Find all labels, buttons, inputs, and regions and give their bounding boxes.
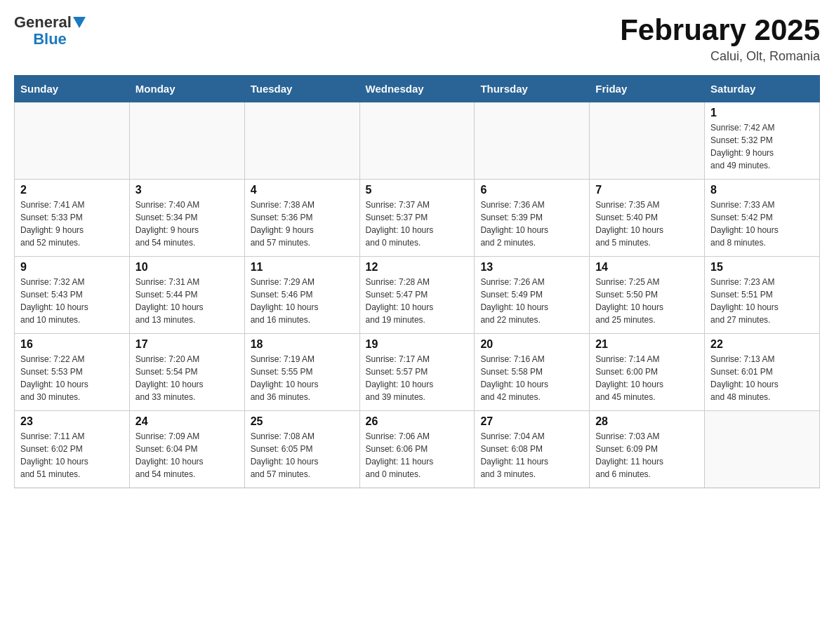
page-header: General Blue February 2025 Calui, Olt, R… xyxy=(14,14,820,64)
day-info: Sunrise: 7:20 AM Sunset: 5:54 PM Dayligh… xyxy=(135,353,239,403)
day-info: Sunrise: 7:35 AM Sunset: 5:40 PM Dayligh… xyxy=(595,199,699,249)
day-number: 8 xyxy=(710,184,814,196)
calendar-cell: 8Sunrise: 7:33 AM Sunset: 5:42 PM Daylig… xyxy=(705,180,820,257)
day-info: Sunrise: 7:14 AM Sunset: 6:00 PM Dayligh… xyxy=(595,353,699,403)
day-number: 9 xyxy=(20,261,124,274)
day-number: 16 xyxy=(20,338,124,351)
calendar-cell xyxy=(590,102,705,180)
day-info: Sunrise: 7:16 AM Sunset: 5:58 PM Dayligh… xyxy=(480,353,583,403)
calendar-cell: 16Sunrise: 7:22 AM Sunset: 5:53 PM Dayli… xyxy=(15,334,130,411)
day-number: 14 xyxy=(595,261,699,274)
calendar-cell: 19Sunrise: 7:17 AM Sunset: 5:57 PM Dayli… xyxy=(359,334,475,411)
calendar-cell: 20Sunrise: 7:16 AM Sunset: 5:58 PM Dayli… xyxy=(475,334,590,411)
calendar-week-row: 16Sunrise: 7:22 AM Sunset: 5:53 PM Dayli… xyxy=(15,334,820,411)
calendar-header-tuesday: Tuesday xyxy=(244,76,359,102)
calendar-cell xyxy=(359,102,475,180)
day-number: 24 xyxy=(135,415,239,428)
day-number: 18 xyxy=(251,338,354,351)
calendar-cell: 2Sunrise: 7:41 AM Sunset: 5:33 PM Daylig… xyxy=(15,180,130,257)
day-info: Sunrise: 7:17 AM Sunset: 5:57 PM Dayligh… xyxy=(366,353,469,403)
calendar-cell: 10Sunrise: 7:31 AM Sunset: 5:44 PM Dayli… xyxy=(129,257,244,334)
day-number: 25 xyxy=(251,415,354,428)
calendar-cell: 14Sunrise: 7:25 AM Sunset: 5:50 PM Dayli… xyxy=(590,257,705,334)
logo-wordmark: General Blue xyxy=(14,14,86,48)
logo-general-text: General xyxy=(14,14,72,31)
day-info: Sunrise: 7:28 AM Sunset: 5:47 PM Dayligh… xyxy=(366,276,469,326)
title-section: February 2025 Calui, Olt, Romania xyxy=(620,14,820,64)
calendar-cell xyxy=(475,102,590,180)
calendar-cell: 24Sunrise: 7:09 AM Sunset: 6:04 PM Dayli… xyxy=(129,411,244,488)
logo: General Blue xyxy=(14,14,86,48)
logo-triangle-icon xyxy=(73,17,86,28)
calendar-header-row: SundayMondayTuesdayWednesdayThursdayFrid… xyxy=(15,76,820,102)
day-number: 27 xyxy=(480,415,583,428)
day-info: Sunrise: 7:19 AM Sunset: 5:55 PM Dayligh… xyxy=(251,353,354,403)
day-number: 1 xyxy=(710,107,814,119)
calendar-header-thursday: Thursday xyxy=(475,76,590,102)
day-info: Sunrise: 7:41 AM Sunset: 5:33 PM Dayligh… xyxy=(20,199,124,249)
day-number: 28 xyxy=(595,415,699,428)
calendar-week-row: 2Sunrise: 7:41 AM Sunset: 5:33 PM Daylig… xyxy=(15,180,820,257)
day-number: 7 xyxy=(595,184,699,196)
calendar-cell: 27Sunrise: 7:04 AM Sunset: 6:08 PM Dayli… xyxy=(475,411,590,488)
calendar-header-friday: Friday xyxy=(590,76,705,102)
day-info: Sunrise: 7:42 AM Sunset: 5:32 PM Dayligh… xyxy=(710,121,814,172)
day-info: Sunrise: 7:25 AM Sunset: 5:50 PM Dayligh… xyxy=(595,276,699,326)
logo-blue-text: Blue xyxy=(33,30,67,48)
calendar-cell: 5Sunrise: 7:37 AM Sunset: 5:37 PM Daylig… xyxy=(359,180,475,257)
day-info: Sunrise: 7:23 AM Sunset: 5:51 PM Dayligh… xyxy=(710,276,814,326)
calendar-cell: 22Sunrise: 7:13 AM Sunset: 6:01 PM Dayli… xyxy=(705,334,820,411)
calendar-header-monday: Monday xyxy=(129,76,244,102)
calendar-week-row: 1Sunrise: 7:42 AM Sunset: 5:32 PM Daylig… xyxy=(15,102,820,180)
calendar-cell: 7Sunrise: 7:35 AM Sunset: 5:40 PM Daylig… xyxy=(590,180,705,257)
calendar-cell xyxy=(705,411,820,488)
calendar-week-row: 9Sunrise: 7:32 AM Sunset: 5:43 PM Daylig… xyxy=(15,257,820,334)
day-info: Sunrise: 7:26 AM Sunset: 5:49 PM Dayligh… xyxy=(480,276,583,326)
calendar-header-saturday: Saturday xyxy=(705,76,820,102)
day-number: 17 xyxy=(135,338,239,351)
day-number: 3 xyxy=(135,184,239,196)
calendar-header-sunday: Sunday xyxy=(15,76,130,102)
day-info: Sunrise: 7:06 AM Sunset: 6:06 PM Dayligh… xyxy=(366,430,469,481)
day-info: Sunrise: 7:36 AM Sunset: 5:39 PM Dayligh… xyxy=(480,199,583,249)
svg-marker-0 xyxy=(73,17,86,28)
calendar-cell: 1Sunrise: 7:42 AM Sunset: 5:32 PM Daylig… xyxy=(705,102,820,180)
calendar-cell: 21Sunrise: 7:14 AM Sunset: 6:00 PM Dayli… xyxy=(590,334,705,411)
calendar-cell: 12Sunrise: 7:28 AM Sunset: 5:47 PM Dayli… xyxy=(359,257,475,334)
calendar-cell xyxy=(244,102,359,180)
day-info: Sunrise: 7:38 AM Sunset: 5:36 PM Dayligh… xyxy=(251,199,354,249)
calendar-cell: 13Sunrise: 7:26 AM Sunset: 5:49 PM Dayli… xyxy=(475,257,590,334)
calendar-cell: 26Sunrise: 7:06 AM Sunset: 6:06 PM Dayli… xyxy=(359,411,475,488)
day-number: 22 xyxy=(710,338,814,351)
day-info: Sunrise: 7:29 AM Sunset: 5:46 PM Dayligh… xyxy=(251,276,354,326)
calendar-cell: 15Sunrise: 7:23 AM Sunset: 5:51 PM Dayli… xyxy=(705,257,820,334)
day-info: Sunrise: 7:08 AM Sunset: 6:05 PM Dayligh… xyxy=(251,430,354,481)
calendar-cell: 28Sunrise: 7:03 AM Sunset: 6:09 PM Dayli… xyxy=(590,411,705,488)
day-info: Sunrise: 7:09 AM Sunset: 6:04 PM Dayligh… xyxy=(135,430,239,481)
day-number: 23 xyxy=(20,415,124,428)
day-number: 21 xyxy=(595,338,699,351)
calendar-cell xyxy=(129,102,244,180)
calendar-cell: 6Sunrise: 7:36 AM Sunset: 5:39 PM Daylig… xyxy=(475,180,590,257)
day-info: Sunrise: 7:40 AM Sunset: 5:34 PM Dayligh… xyxy=(135,199,239,249)
day-info: Sunrise: 7:04 AM Sunset: 6:08 PM Dayligh… xyxy=(480,430,583,481)
day-info: Sunrise: 7:31 AM Sunset: 5:44 PM Dayligh… xyxy=(135,276,239,326)
day-number: 6 xyxy=(480,184,583,196)
calendar-cell: 4Sunrise: 7:38 AM Sunset: 5:36 PM Daylig… xyxy=(244,180,359,257)
day-info: Sunrise: 7:22 AM Sunset: 5:53 PM Dayligh… xyxy=(20,353,124,403)
day-number: 12 xyxy=(366,261,469,274)
calendar-cell: 3Sunrise: 7:40 AM Sunset: 5:34 PM Daylig… xyxy=(129,180,244,257)
day-number: 19 xyxy=(366,338,469,351)
day-number: 2 xyxy=(20,184,124,196)
calendar-title: February 2025 xyxy=(620,14,820,46)
day-number: 11 xyxy=(251,261,354,274)
calendar-subtitle: Calui, Olt, Romania xyxy=(620,49,820,64)
day-info: Sunrise: 7:33 AM Sunset: 5:42 PM Dayligh… xyxy=(710,199,814,249)
calendar-week-row: 23Sunrise: 7:11 AM Sunset: 6:02 PM Dayli… xyxy=(15,411,820,488)
calendar-cell: 17Sunrise: 7:20 AM Sunset: 5:54 PM Dayli… xyxy=(129,334,244,411)
day-info: Sunrise: 7:32 AM Sunset: 5:43 PM Dayligh… xyxy=(20,276,124,326)
day-info: Sunrise: 7:13 AM Sunset: 6:01 PM Dayligh… xyxy=(710,353,814,403)
calendar-cell xyxy=(15,102,130,180)
day-info: Sunrise: 7:11 AM Sunset: 6:02 PM Dayligh… xyxy=(20,430,124,481)
calendar-header-wednesday: Wednesday xyxy=(359,76,475,102)
